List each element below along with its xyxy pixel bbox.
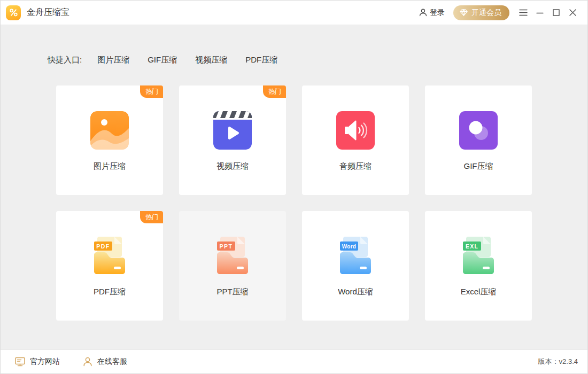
login-button[interactable]: 登录 [419,8,445,18]
word-tag-label: Word [342,244,357,250]
quick-entry-row: 快捷入口: 图片压缩 GIF压缩 视频压缩 PDF压缩 [48,55,587,65]
user-icon [419,8,428,17]
gem-icon [459,8,468,17]
titlebar: 金舟压缩宝 登录 开通会员 [1,1,587,25]
audio-compress-icon [336,111,375,150]
hot-badge: 热门 [263,85,286,98]
minimize-button[interactable] [531,5,548,21]
card-label: 音频压缩 [339,161,372,172]
card-label: PDF压缩 [94,287,126,297]
card-label: Word压缩 [338,287,373,297]
close-button[interactable] [564,5,581,21]
login-label: 登录 [430,8,445,18]
maximize-button[interactable] [548,5,564,21]
official-website-link[interactable]: 官方网站 [14,356,60,367]
quick-link-image[interactable]: 图片压缩 [97,55,129,65]
quick-entry-label: 快捷入口: [48,55,82,65]
card-pdf-compress[interactable]: 热门 PDF PDF压缩 [56,211,163,321]
quick-link-pdf[interactable]: PDF压缩 [245,55,277,65]
vip-label: 开通会员 [471,8,501,18]
card-label: 图片压缩 [94,161,126,172]
ppt-folder-icon: PPT [217,237,248,275]
card-excel-compress[interactable]: EXL Excel压缩 [425,211,532,321]
pdf-tag-label: PDF [96,243,110,250]
card-image-compress[interactable]: 热门 图片压缩 [56,85,163,195]
gif-compress-icon [459,111,498,150]
online-support-label: 在线客服 [97,357,127,367]
excel-tag-label: EXL [466,243,478,250]
app-logo-icon [6,5,21,20]
hot-badge: 热门 [140,211,163,223]
quick-link-gif[interactable]: GIF压缩 [148,55,177,65]
monitor-icon [14,356,26,367]
card-audio-compress[interactable]: 音频压缩 [302,85,409,195]
support-person-icon [82,356,93,367]
official-website-label: 官方网站 [30,357,60,367]
excel-folder-icon: EXL [463,237,494,275]
quick-link-video[interactable]: 视频压缩 [195,55,227,65]
word-folder-icon: Word [340,237,371,275]
main-area: 快捷入口: 图片压缩 GIF压缩 视频压缩 PDF压缩 热门 [1,25,587,349]
version-label: 版本：v2.3.4 [538,357,578,367]
ppt-tag-label: PPT [220,243,233,250]
app-title: 金舟压缩宝 [27,7,69,18]
feature-grid: 热门 图片压缩 [56,85,532,321]
image-compress-icon [90,111,129,150]
card-gif-compress[interactable]: GIF压缩 [425,85,532,195]
card-video-compress[interactable]: 热门 [179,85,286,195]
window-controls [515,5,581,21]
video-compress-icon [213,111,252,150]
card-label: GIF压缩 [464,161,493,172]
card-label: PPT压缩 [216,287,248,297]
vip-button[interactable]: 开通会员 [453,5,509,20]
pdf-folder-icon: PDF [94,237,125,275]
card-label: Excel压缩 [461,287,497,297]
card-ppt-compress[interactable]: PPT PPT压缩 [179,211,286,321]
online-support-link[interactable]: 在线客服 [82,356,127,367]
card-label: 视频压缩 [216,161,249,172]
hot-badge: 热门 [140,85,163,98]
card-word-compress[interactable]: Word Word压缩 [302,211,409,321]
footer-bar: 官方网站 在线客服 版本：v2.3.4 [1,349,587,373]
menu-icon[interactable] [515,5,531,21]
